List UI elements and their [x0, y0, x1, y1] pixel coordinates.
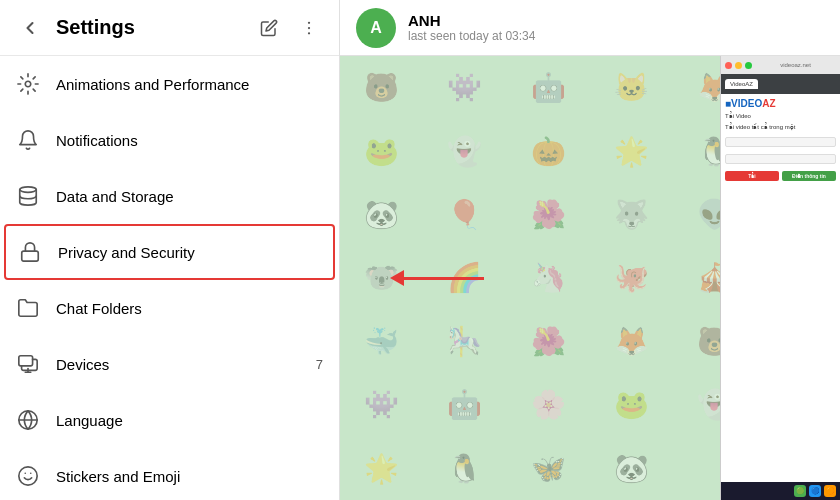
download-button: Tải: [725, 171, 779, 181]
svg-point-9: [19, 467, 37, 485]
arrow-head: [390, 270, 404, 286]
chat-name: ANH: [408, 12, 535, 29]
pattern-icon: 🌺: [531, 325, 566, 358]
language-label: Language: [56, 412, 323, 429]
notifications-label: Notifications: [56, 132, 323, 149]
browser-nav: VideoAZ: [721, 74, 840, 94]
pattern-icon: 🌟: [364, 452, 399, 485]
back-button[interactable]: [12, 10, 48, 46]
pattern-icon: 👻: [447, 135, 482, 168]
svg-point-1: [308, 26, 310, 28]
pattern-icon: 🐱: [614, 71, 649, 104]
pattern-icon: 👾: [364, 388, 399, 421]
chat-folders-icon: [16, 296, 40, 320]
logo-accent: AZ: [762, 98, 775, 109]
chat-status: last seen today at 03:34: [408, 29, 535, 43]
screenshot-panel: videoaz.net VideoAZ ■VIDEOAZ Tải Video T…: [720, 56, 840, 500]
chat-area: A ANH last seen today at 03:34 🐻👾🤖🐱🦊🌸🐸👻🎃…: [340, 0, 840, 500]
arrow-indicator: [390, 270, 484, 286]
pattern-icon: 🐼: [364, 198, 399, 231]
browser-body: ■VIDEOAZ Tải Video Tải video tất cả tron…: [721, 94, 840, 482]
stickers-icon: [16, 464, 40, 488]
site-buttons: Tải Điền thông tin: [725, 171, 836, 181]
sidebar-item-chat-folders[interactable]: Chat Folders: [0, 280, 339, 336]
pattern-icon: 🐧: [447, 452, 482, 485]
dock-icon-3: 🟠: [824, 485, 836, 497]
chat-info: ANH last seen today at 03:34: [408, 12, 535, 43]
site-logo: ■VIDEOAZ: [725, 98, 836, 109]
data-storage-label: Data and Storage: [56, 188, 323, 205]
sidebar-header: Settings: [0, 0, 339, 56]
pattern-icon: 👾: [447, 71, 482, 104]
sidebar-item-animations[interactable]: Animations and Performance: [0, 56, 339, 112]
pattern-icon: 🦄: [531, 261, 566, 294]
pattern-icon: 🐳: [364, 325, 399, 358]
close-dot: [725, 62, 732, 69]
dock-icon-1: 🟢: [794, 485, 806, 497]
arrow-line: [404, 277, 484, 280]
devices-badge: 7: [316, 357, 323, 372]
pattern-icon: 🎠: [447, 325, 482, 358]
animations-label: Animations and Performance: [56, 76, 323, 93]
devices-icon: [16, 352, 40, 376]
chat-background: 🐻👾🤖🐱🦊🌸🐸👻🎃🌟🐧🦋🐼🎈🌺🐺👽🎭🐨🌈🦄🐙🎪🌙🐳🎠🌺🦊🐻🐱👾🤖🌸🐸👻🎃🌟🐧🦋🐼…: [340, 56, 840, 500]
sidebar-item-stickers-emoji[interactable]: Stickers and Emoji: [0, 448, 339, 500]
sidebar: Settings Animat: [0, 0, 340, 500]
avatar: A: [356, 8, 396, 48]
taskbar: 🟢 🔵 🟠: [721, 482, 840, 500]
url-bar: videoaz.net: [755, 62, 836, 68]
browser-tab: VideoAZ: [725, 79, 758, 89]
site-title: Tải Video: [725, 112, 836, 120]
edit-button[interactable]: [251, 10, 287, 46]
svg-rect-5: [22, 251, 39, 261]
pattern-icon: 🐺: [614, 198, 649, 231]
more-button[interactable]: [291, 10, 327, 46]
min-dot: [735, 62, 742, 69]
privacy-label: Privacy and Security: [58, 244, 321, 261]
language-icon: [16, 408, 40, 432]
devices-label: Devices: [56, 356, 300, 373]
pattern-icon: 🐙: [614, 261, 649, 294]
chat-header: A ANH last seen today at 03:34: [340, 0, 840, 56]
header-actions: [251, 10, 327, 46]
pattern-icon: 🐸: [614, 388, 649, 421]
pattern-icon: 🦋: [531, 452, 566, 485]
pattern-icon: 🐼: [614, 452, 649, 485]
notifications-icon: [16, 128, 40, 152]
pattern-icon: 🎈: [447, 198, 482, 231]
pattern-icon: 🤖: [447, 388, 482, 421]
chat-folders-label: Chat Folders: [56, 300, 323, 317]
pattern-icon: 🤖: [531, 71, 566, 104]
svg-point-3: [25, 81, 31, 87]
sidebar-item-devices[interactable]: Devices 7: [0, 336, 339, 392]
settings-menu: Animations and Performance Notifications: [0, 56, 339, 500]
svg-point-4: [20, 187, 37, 193]
svg-rect-6: [19, 356, 33, 366]
site-input2: [725, 154, 836, 164]
privacy-icon: [18, 240, 42, 264]
info-button: Điền thông tin: [782, 171, 836, 181]
pattern-icon: 🦊: [614, 325, 649, 358]
stickers-emoji-label: Stickers and Emoji: [56, 468, 323, 485]
dock-icon-2: 🔵: [809, 485, 821, 497]
pattern-icon: 🐻: [364, 71, 399, 104]
sidebar-title: Settings: [56, 16, 243, 39]
data-storage-icon: [16, 184, 40, 208]
pattern-icon: 🐸: [364, 135, 399, 168]
max-dot: [745, 62, 752, 69]
sidebar-item-notifications[interactable]: Notifications: [0, 112, 339, 168]
animations-icon: [16, 72, 40, 96]
sidebar-item-language[interactable]: Language: [0, 392, 339, 448]
sidebar-item-data-storage[interactable]: Data and Storage: [0, 168, 339, 224]
site-subtitle: Tải video tất cả trong một: [725, 123, 836, 131]
site-input: [725, 137, 836, 147]
pattern-icon: 🎃: [531, 135, 566, 168]
browser-bar: videoaz.net: [721, 56, 840, 74]
pattern-icon: 🌺: [531, 198, 566, 231]
pattern-icon: 🌸: [531, 388, 566, 421]
browser-content: VideoAZ ■VIDEOAZ Tải Video Tải video tất…: [721, 74, 840, 500]
svg-point-2: [308, 32, 310, 34]
sidebar-item-privacy-security[interactable]: Privacy and Security: [4, 224, 335, 280]
svg-point-0: [308, 21, 310, 23]
pattern-icon: 🌟: [614, 135, 649, 168]
